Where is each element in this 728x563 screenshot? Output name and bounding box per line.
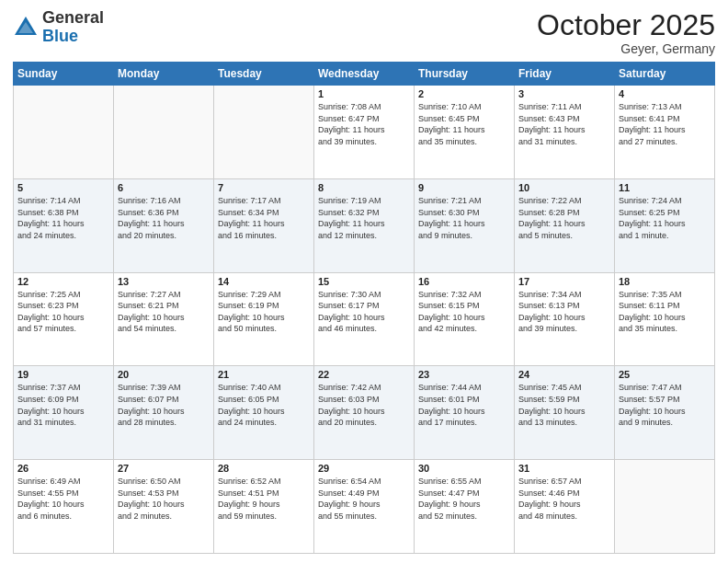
calendar-cell: 30Sunrise: 6:55 AM Sunset: 4:47 PM Dayli… <box>415 460 515 554</box>
calendar-cell: 6Sunrise: 7:16 AM Sunset: 6:36 PM Daylig… <box>114 178 214 272</box>
day-number: 22 <box>318 369 410 380</box>
day-info: Sunrise: 7:16 AM Sunset: 6:36 PM Dayligh… <box>118 195 210 241</box>
calendar-week-row: 12Sunrise: 7:25 AM Sunset: 6:23 PM Dayli… <box>14 272 715 366</box>
day-info: Sunrise: 7:45 AM Sunset: 5:59 PM Dayligh… <box>518 382 610 428</box>
day-number: 9 <box>418 182 510 193</box>
calendar-cell <box>615 460 715 554</box>
calendar-cell <box>214 86 314 179</box>
calendar-cell: 25Sunrise: 7:47 AM Sunset: 5:57 PM Dayli… <box>615 366 715 460</box>
title-block: October 2025 Geyer, Germany <box>537 9 715 56</box>
day-number: 15 <box>318 276 410 287</box>
calendar-week-row: 1Sunrise: 7:08 AM Sunset: 6:47 PM Daylig… <box>14 86 715 179</box>
calendar-cell: 1Sunrise: 7:08 AM Sunset: 6:47 PM Daylig… <box>314 86 415 179</box>
calendar-cell: 31Sunrise: 6:57 AM Sunset: 4:46 PM Dayli… <box>515 460 615 554</box>
day-info: Sunrise: 7:34 AM Sunset: 6:13 PM Dayligh… <box>518 289 610 335</box>
calendar-cell: 3Sunrise: 7:11 AM Sunset: 6:43 PM Daylig… <box>515 86 615 179</box>
day-info: Sunrise: 7:39 AM Sunset: 6:07 PM Dayligh… <box>118 382 210 428</box>
calendar-week-row: 5Sunrise: 7:14 AM Sunset: 6:38 PM Daylig… <box>14 178 715 272</box>
day-number: 5 <box>17 182 109 193</box>
day-info: Sunrise: 7:08 AM Sunset: 6:47 PM Dayligh… <box>318 101 410 147</box>
calendar-cell: 22Sunrise: 7:42 AM Sunset: 6:03 PM Dayli… <box>314 366 415 460</box>
day-info: Sunrise: 7:22 AM Sunset: 6:28 PM Dayligh… <box>518 195 610 241</box>
day-info: Sunrise: 6:50 AM Sunset: 4:53 PM Dayligh… <box>118 476 210 522</box>
day-header-sunday: Sunday <box>14 63 114 86</box>
day-number: 16 <box>418 276 510 287</box>
day-info: Sunrise: 7:44 AM Sunset: 6:01 PM Dayligh… <box>418 382 510 428</box>
day-header-monday: Monday <box>114 63 214 86</box>
calendar-cell: 17Sunrise: 7:34 AM Sunset: 6:13 PM Dayli… <box>515 272 615 366</box>
calendar-week-row: 19Sunrise: 7:37 AM Sunset: 6:09 PM Dayli… <box>14 366 715 460</box>
calendar-subtitle: Geyer, Germany <box>537 41 715 56</box>
day-info: Sunrise: 6:55 AM Sunset: 4:47 PM Dayligh… <box>418 476 510 522</box>
day-number: 26 <box>17 463 109 474</box>
day-info: Sunrise: 7:21 AM Sunset: 6:30 PM Dayligh… <box>418 195 510 241</box>
day-number: 14 <box>218 276 310 287</box>
day-number: 25 <box>619 369 711 380</box>
calendar-cell <box>114 86 214 179</box>
calendar-cell: 23Sunrise: 7:44 AM Sunset: 6:01 PM Dayli… <box>415 366 515 460</box>
calendar-cell: 18Sunrise: 7:35 AM Sunset: 6:11 PM Dayli… <box>615 272 715 366</box>
calendar-cell: 7Sunrise: 7:17 AM Sunset: 6:34 PM Daylig… <box>214 178 314 272</box>
calendar-cell: 19Sunrise: 7:37 AM Sunset: 6:09 PM Dayli… <box>14 366 114 460</box>
day-number: 13 <box>118 276 210 287</box>
calendar-week-row: 26Sunrise: 6:49 AM Sunset: 4:55 PM Dayli… <box>14 460 715 554</box>
day-info: Sunrise: 7:29 AM Sunset: 6:19 PM Dayligh… <box>218 289 310 335</box>
day-header-tuesday: Tuesday <box>214 63 314 86</box>
day-info: Sunrise: 7:42 AM Sunset: 6:03 PM Dayligh… <box>318 382 410 428</box>
day-number: 23 <box>418 369 510 380</box>
logo-text: General Blue <box>42 9 104 46</box>
calendar-cell <box>14 86 114 179</box>
calendar-cell: 29Sunrise: 6:54 AM Sunset: 4:49 PM Dayli… <box>314 460 415 554</box>
calendar-cell: 16Sunrise: 7:32 AM Sunset: 6:15 PM Dayli… <box>415 272 515 366</box>
calendar-cell: 26Sunrise: 6:49 AM Sunset: 4:55 PM Dayli… <box>14 460 114 554</box>
calendar-cell: 2Sunrise: 7:10 AM Sunset: 6:45 PM Daylig… <box>415 86 515 179</box>
calendar-cell: 10Sunrise: 7:22 AM Sunset: 6:28 PM Dayli… <box>515 178 615 272</box>
calendar-cell: 15Sunrise: 7:30 AM Sunset: 6:17 PM Dayli… <box>314 272 415 366</box>
day-number: 24 <box>518 369 610 380</box>
calendar-table: SundayMondayTuesdayWednesdayThursdayFrid… <box>13 62 715 554</box>
day-info: Sunrise: 7:40 AM Sunset: 6:05 PM Dayligh… <box>218 382 310 428</box>
calendar-title: October 2025 <box>537 9 715 41</box>
day-header-friday: Friday <box>515 63 615 86</box>
day-header-wednesday: Wednesday <box>314 63 415 86</box>
day-number: 31 <box>518 463 610 474</box>
calendar-cell: 11Sunrise: 7:24 AM Sunset: 6:25 PM Dayli… <box>615 178 715 272</box>
day-number: 21 <box>218 369 310 380</box>
day-info: Sunrise: 7:10 AM Sunset: 6:45 PM Dayligh… <box>418 101 510 147</box>
day-info: Sunrise: 6:57 AM Sunset: 4:46 PM Dayligh… <box>518 476 610 522</box>
day-number: 3 <box>518 88 610 99</box>
day-number: 1 <box>318 88 410 99</box>
day-info: Sunrise: 7:24 AM Sunset: 6:25 PM Dayligh… <box>619 195 711 241</box>
day-info: Sunrise: 7:47 AM Sunset: 5:57 PM Dayligh… <box>619 382 711 428</box>
calendar-cell: 14Sunrise: 7:29 AM Sunset: 6:19 PM Dayli… <box>214 272 314 366</box>
day-number: 18 <box>619 276 711 287</box>
day-info: Sunrise: 7:27 AM Sunset: 6:21 PM Dayligh… <box>118 289 210 335</box>
calendar-cell: 12Sunrise: 7:25 AM Sunset: 6:23 PM Dayli… <box>14 272 114 366</box>
day-number: 17 <box>518 276 610 287</box>
calendar-cell: 21Sunrise: 7:40 AM Sunset: 6:05 PM Dayli… <box>214 366 314 460</box>
header: General Blue October 2025 Geyer, Germany <box>13 9 715 56</box>
day-info: Sunrise: 7:35 AM Sunset: 6:11 PM Dayligh… <box>619 289 711 335</box>
day-info: Sunrise: 6:49 AM Sunset: 4:55 PM Dayligh… <box>17 476 109 522</box>
day-info: Sunrise: 7:37 AM Sunset: 6:09 PM Dayligh… <box>17 382 109 428</box>
day-info: Sunrise: 7:30 AM Sunset: 6:17 PM Dayligh… <box>318 289 410 335</box>
day-number: 12 <box>17 276 109 287</box>
logo-blue: Blue <box>42 27 78 45</box>
day-number: 20 <box>118 369 210 380</box>
day-number: 27 <box>118 463 210 474</box>
day-info: Sunrise: 7:32 AM Sunset: 6:15 PM Dayligh… <box>418 289 510 335</box>
day-info: Sunrise: 6:54 AM Sunset: 4:49 PM Dayligh… <box>318 476 410 522</box>
day-number: 7 <box>218 182 310 193</box>
calendar-cell: 5Sunrise: 7:14 AM Sunset: 6:38 PM Daylig… <box>14 178 114 272</box>
day-header-saturday: Saturday <box>615 63 715 86</box>
day-info: Sunrise: 7:13 AM Sunset: 6:41 PM Dayligh… <box>619 101 711 147</box>
day-header-thursday: Thursday <box>415 63 515 86</box>
day-number: 6 <box>118 182 210 193</box>
day-number: 10 <box>518 182 610 193</box>
day-info: Sunrise: 7:11 AM Sunset: 6:43 PM Dayligh… <box>518 101 610 147</box>
day-info: Sunrise: 7:14 AM Sunset: 6:38 PM Dayligh… <box>17 195 109 241</box>
day-number: 19 <box>17 369 109 380</box>
calendar-header-row: SundayMondayTuesdayWednesdayThursdayFrid… <box>14 63 715 86</box>
calendar-cell: 9Sunrise: 7:21 AM Sunset: 6:30 PM Daylig… <box>415 178 515 272</box>
calendar-cell: 4Sunrise: 7:13 AM Sunset: 6:41 PM Daylig… <box>615 86 715 179</box>
